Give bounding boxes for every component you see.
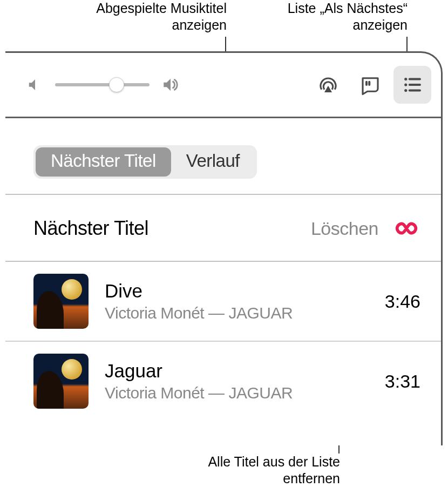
- segmented-control: Nächster Titel Verlauf: [33, 145, 257, 179]
- callout-queue-hint: Liste „Als Nächstes“ anzeigen: [248, 0, 408, 34]
- player-toolbar: [5, 53, 441, 117]
- queue-content: Nächster Titel Verlauf Nächster Titel Lö…: [5, 117, 441, 445]
- tab-history[interactable]: Verlauf: [171, 147, 255, 177]
- tab-up-next[interactable]: Nächster Titel: [36, 147, 171, 177]
- track-duration: 3:46: [385, 291, 420, 312]
- svg-point-5: [404, 83, 407, 86]
- callout-clear-hint: Alle Titel aus der Liste entfernen: [178, 454, 340, 488]
- svg-point-3: [404, 78, 407, 80]
- track-row[interactable]: JaguarVictoria Monét — JAGUAR3:31: [5, 341, 441, 421]
- volume-low-icon: [27, 77, 43, 93]
- section-header: Nächster Titel Löschen: [5, 194, 441, 261]
- track-meta: JaguarVictoria Monét — JAGUAR: [105, 360, 369, 402]
- track-meta: DiveVictoria Monét — JAGUAR: [105, 280, 369, 322]
- volume-high-icon: [161, 76, 180, 94]
- track-subtitle: Victoria Monét — JAGUAR: [105, 304, 369, 322]
- volume-slider-thumb[interactable]: [109, 77, 124, 92]
- lyrics-button[interactable]: [351, 66, 389, 104]
- tracks-list: DiveVictoria Monét — JAGUAR3:46JaguarVic…: [5, 261, 441, 421]
- track-subtitle: Victoria Monét — JAGUAR: [105, 384, 369, 402]
- up-next-panel: Nächster Titel Verlauf Nächster Titel Lö…: [5, 51, 443, 445]
- autoplay-toggle[interactable]: [389, 214, 420, 242]
- svg-point-7: [404, 89, 407, 92]
- album-art: [33, 354, 89, 409]
- track-title: Jaguar: [105, 360, 369, 382]
- airplay-button[interactable]: [309, 66, 347, 104]
- section-title: Nächster Titel: [33, 217, 148, 240]
- clear-queue-button[interactable]: Löschen: [311, 218, 378, 239]
- volume-slider[interactable]: [55, 83, 150, 86]
- track-title: Dive: [105, 280, 369, 302]
- track-row[interactable]: DiveVictoria Monét — JAGUAR3:46: [5, 261, 441, 341]
- callout-history-hint: Abgespielte Musiktitel anzeigen: [54, 0, 227, 34]
- queue-list-button[interactable]: [393, 66, 431, 104]
- track-duration: 3:31: [385, 371, 420, 392]
- album-art: [33, 274, 89, 329]
